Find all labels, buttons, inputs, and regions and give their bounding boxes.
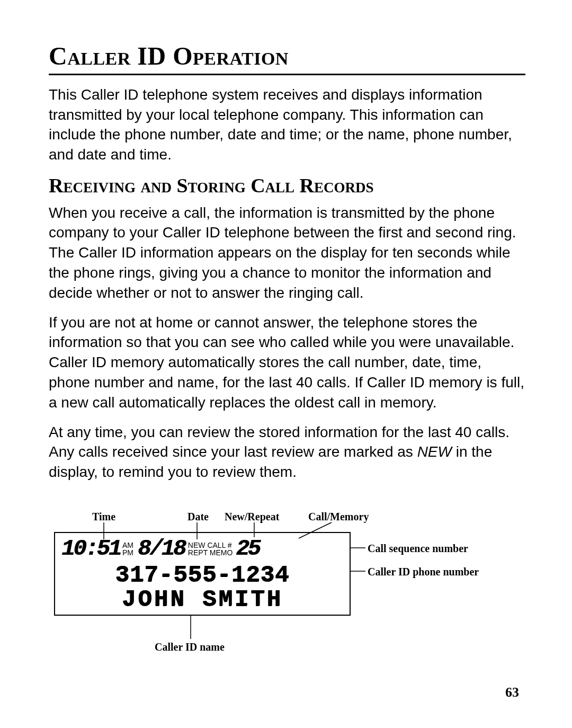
lcd-screen: 10:51 AM PM 8/18 NEW CALL # REPT MEMO 25… bbox=[54, 532, 351, 616]
label-call-sequence: Call sequence number bbox=[368, 543, 468, 555]
page-number: 63 bbox=[505, 685, 519, 700]
paragraph-4: At any time, you can review the stored i… bbox=[49, 422, 525, 482]
lcd-rept: REPT bbox=[188, 548, 208, 557]
new-marker: NEW bbox=[417, 443, 452, 460]
label-time: Time bbox=[92, 511, 115, 523]
lcd-diagram: Time Date New/Repeat Call/Memory Call se… bbox=[54, 498, 531, 668]
label-caller-id-name: Caller ID name bbox=[155, 641, 225, 653]
lcd-phone-number: 317-555-1234 bbox=[55, 562, 350, 588]
title-rule bbox=[49, 74, 525, 75]
label-new-repeat: New/Repeat bbox=[225, 511, 279, 523]
paragraph-2: When you receive a call, the information… bbox=[49, 203, 525, 303]
lcd-pm: PM bbox=[122, 549, 133, 556]
label-call-memory: Call/Memory bbox=[308, 511, 369, 523]
page-title: Caller ID Operation bbox=[49, 42, 525, 70]
lcd-memo: MEMO bbox=[210, 548, 233, 557]
lcd-caller-name: JOHN SMITH bbox=[55, 586, 350, 612]
lcd-am: AM bbox=[122, 541, 133, 549]
subsection-heading: Receiving and Storing Call Records bbox=[49, 174, 525, 198]
lcd-ampm: AM PM bbox=[122, 541, 133, 556]
lcd-time: 10:51 bbox=[61, 536, 120, 562]
intro-paragraph: This Caller ID telephone system receives… bbox=[49, 85, 525, 165]
lcd-sequence-number: 25 bbox=[236, 536, 259, 562]
paragraph-3: If you are not at home or cannot answer,… bbox=[49, 313, 525, 413]
label-caller-id-phone: Caller ID phone number bbox=[368, 566, 479, 578]
lcd-indicators: NEW CALL # REPT MEMO bbox=[188, 541, 233, 556]
lcd-date: 8/18 bbox=[138, 536, 185, 562]
label-date: Date bbox=[187, 511, 209, 523]
